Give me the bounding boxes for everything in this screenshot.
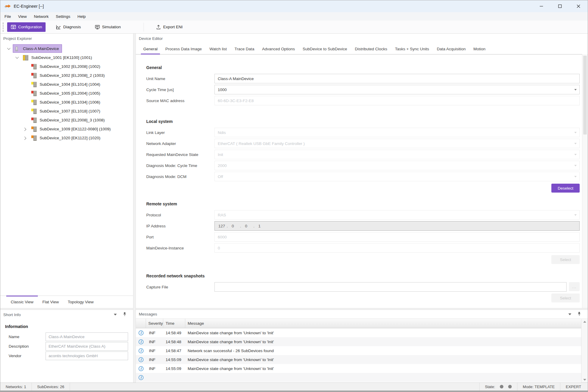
information-section-title: Information: [5, 324, 133, 329]
cycle-time-label: Cycle Time [us]: [146, 88, 214, 92]
tree-item[interactable]: SubDevice_1006 [EL1034] (1006): [0, 98, 133, 107]
menu-settings[interactable]: Settings: [52, 12, 74, 21]
vendor-label: Vendor: [9, 354, 46, 358]
expand-slot: [21, 98, 29, 107]
close-button[interactable]: [569, 0, 588, 12]
tree-item[interactable]: SubDevice_1002 [EL2008] (1002): [0, 62, 133, 71]
pin-icon[interactable]: [577, 312, 581, 317]
simulation-button[interactable]: Simulation: [91, 22, 125, 32]
severity-column-header[interactable]: Severity: [146, 319, 163, 328]
status-networks: Networks: 1: [0, 383, 32, 391]
chevron-down-icon[interactable]: [7, 46, 10, 50]
vertical-splitter[interactable]: [133, 34, 136, 382]
scroll-up-icon[interactable]: [583, 321, 586, 323]
message-row[interactable]: iINF14:58:49MainDevice state change from…: [136, 328, 581, 337]
tab-classic-view[interactable]: Classic View: [6, 296, 38, 308]
message-row[interactable]: iINF14:58:48MainDevice state change from…: [136, 337, 581, 346]
message-row[interactable]: iINF14:58:47Network scan successful - 26…: [136, 346, 581, 355]
chevron-down-icon[interactable]: [114, 314, 117, 316]
tree-item-label: SubDevice_1002 [EL2008]_2 (1003): [40, 73, 105, 78]
unit-name-input[interactable]: [214, 74, 580, 83]
tree-item[interactable]: Class-A MainDevice: [0, 44, 133, 53]
snapshots-section-title: Recorded network snapshots: [146, 274, 580, 278]
chevron-right-icon[interactable]: [23, 128, 26, 131]
device-flag-red-icon: [31, 64, 37, 69]
messages-title: Messages: [139, 312, 157, 316]
tree-item[interactable]: SubDevice_1004 [EL1014] (1004): [0, 80, 133, 89]
tab-motion[interactable]: Motion: [469, 47, 489, 54]
tree-node: SubDevice_1002 [EL2008]_2 (1003): [29, 71, 108, 79]
expand-slot: [21, 124, 29, 133]
messages-body: iINF14:58:49MainDevice state change from…: [136, 328, 581, 382]
short-info-panel: Short Info Information Name Class-A Main…: [0, 310, 133, 382]
info-icon: i: [139, 357, 144, 362]
tree-item-label: SubDevice_1009 [EK1122-0080] (1009): [40, 127, 111, 131]
menu-network[interactable]: Network: [30, 12, 52, 21]
maindevice-instance-label: MainDevice-Instance: [146, 246, 214, 250]
expand-slot: [4, 44, 13, 53]
message-severity: INF: [146, 366, 163, 371]
vendor-value: acontis technologies GmbH: [46, 352, 128, 360]
message-row[interactable]: iINF14:55:09MainDevice state change from…: [136, 364, 581, 373]
chevron-down-icon[interactable]: [15, 55, 19, 59]
capture-file-input[interactable]: [214, 282, 567, 292]
device-editor-header: Device Editor: [136, 34, 588, 43]
device-flag-orange-icon: [31, 126, 37, 132]
menu-help[interactable]: Help: [74, 12, 89, 21]
export-eni-button[interactable]: Export ENI: [152, 22, 186, 32]
tab-data-acquisition[interactable]: Data Acquisition: [433, 47, 470, 54]
name-value: Class-A MainDevice: [46, 332, 128, 341]
configuration-button[interactable]: Configuration: [7, 22, 46, 32]
state-dot-icon: [500, 385, 503, 388]
tab-trace-data[interactable]: Trace Data: [231, 47, 258, 54]
diagnosis-dcm-label: Diagnosis Mode: DCM: [146, 174, 214, 179]
tab-process-data-image[interactable]: Process Data Image: [161, 47, 206, 54]
ip-address-field[interactable]: 127. 0. 0. 1: [214, 221, 580, 231]
tab-watch-list[interactable]: Watch list: [206, 47, 231, 54]
diagnosis-button[interactable]: Diagnosis: [52, 22, 84, 32]
editor-scrollbar[interactable]: [582, 54, 588, 308]
minimize-button[interactable]: [532, 0, 551, 12]
menu-view[interactable]: View: [15, 12, 30, 21]
tab-topology-view[interactable]: Topology View: [63, 296, 98, 308]
tree-item[interactable]: SubDevice_1001 [EK1100] (1001): [0, 53, 133, 62]
tab-tasks-sync-units[interactable]: Tasks + Sync Units: [391, 47, 433, 54]
tree-item[interactable]: SubDevice_1020 [EK1122] (1020): [0, 133, 133, 142]
message-column-header[interactable]: Message: [185, 319, 581, 328]
message-text: MainDevice state change from 'Unknown' t…: [185, 366, 581, 371]
cycle-time-select[interactable]: 1000: [214, 85, 580, 94]
device-flag-yellow-icon: [31, 100, 37, 105]
diagnosis-label: Diagnosis: [63, 25, 81, 29]
tab-subdevice-to-subdevice[interactable]: SubDevice to SubDevice: [299, 47, 351, 54]
tree-item[interactable]: SubDevice_1005 [EL2004] (1005): [0, 89, 133, 98]
tree-item[interactable]: SubDevice_1002 [EL2008]_2 (1003): [0, 71, 133, 80]
tab-general[interactable]: General: [139, 47, 161, 54]
tree-item[interactable]: SubDevice_1009 [EK1122-0080] (1009): [0, 124, 133, 133]
protocol-select: RAS: [214, 210, 580, 220]
configuration-label: Configuration: [18, 25, 42, 29]
messages-scrollbar[interactable]: [581, 319, 588, 382]
tab-advanced-options[interactable]: Advanced Options: [258, 47, 299, 54]
chevron-right-icon[interactable]: [23, 137, 26, 140]
tab-distributed-clocks[interactable]: Distributed Clocks: [351, 47, 391, 54]
maximize-button[interactable]: [551, 0, 569, 12]
project-explorer-title: Project Explorer: [3, 36, 32, 41]
pin-icon[interactable]: [123, 312, 127, 317]
protocol-value: RAS: [218, 213, 226, 217]
tree-item-label: SubDevice_1002 [EL2008]_3 (1008): [40, 118, 105, 122]
tab-flat-view[interactable]: Flat View: [38, 296, 63, 308]
chevron-down-icon[interactable]: [568, 313, 571, 315]
time-column-header[interactable]: Time: [163, 319, 185, 328]
toolbar-drag-handle[interactable]: [3, 23, 4, 32]
messages-header: Messages: [136, 310, 588, 319]
local-system-section: Local system Link Layer Ndis Network Ada…: [146, 119, 580, 193]
scrollbar-thumb[interactable]: [583, 56, 587, 135]
tree-item[interactable]: SubDevice_1002 [EL2008]_3 (1008): [0, 115, 133, 124]
tree-item[interactable]: SubDevice_1007 [EL1018] (1007): [0, 107, 133, 115]
ip-octet-4: 1: [258, 224, 265, 228]
scroll-down-icon[interactable]: [583, 379, 586, 381]
deselect-button[interactable]: Deselect: [551, 184, 580, 193]
ip-octet-2: 0: [232, 224, 239, 228]
menu-file[interactable]: File: [1, 12, 15, 21]
message-row[interactable]: iINF14:55:09MainDevice state change from…: [136, 355, 581, 364]
